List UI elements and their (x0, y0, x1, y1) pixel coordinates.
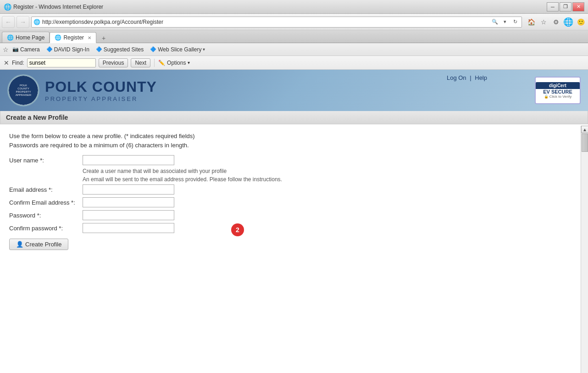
scroll-thumb[interactable] (582, 134, 588, 152)
title-bar: 🌐 Register - Windows Internet Explorer ─… (0, 0, 588, 14)
star-icon[interactable]: ☆ (538, 17, 549, 28)
fav-david[interactable]: 🔷 DAVID Sign-In (44, 45, 92, 54)
favorites-bar: ☆ 📷 Camera 🔷 DAVID Sign-In 🔷 Suggested S… (0, 43, 588, 56)
find-options-label: Options (167, 60, 186, 66)
scroll-up-button[interactable]: ▲ (581, 126, 588, 133)
create-profile-button[interactable]: 👤 Create Profile (9, 239, 68, 250)
header-links: Log On | Help (447, 74, 487, 81)
tab-register-label: Register (63, 34, 84, 41)
badge-number: 2 (236, 226, 239, 234)
form-area: Use the form below to create a new profi… (0, 124, 588, 257)
dropdown-button[interactable]: ▾ (500, 17, 510, 27)
suggested-icon: 🔷 (96, 46, 102, 52)
confirm-password-input[interactable] (83, 223, 174, 233)
email-row: Email address *: (9, 184, 579, 195)
password-input[interactable] (83, 210, 174, 220)
home-icon[interactable]: 🏠 (526, 17, 537, 28)
digicert-badge[interactable]: digiCert EV SECURE 🔒 Click to Verify (535, 77, 581, 104)
fav-david-label: DAVID Sign-In (54, 46, 89, 53)
form-description: Use the form below to create a new profi… (9, 132, 579, 150)
site-name: POLK COUNTY (45, 78, 157, 95)
description-line1: Use the form below to create a new profi… (9, 132, 579, 141)
ie-logo: 🌐 (4, 3, 11, 11)
address-text[interactable]: http://exemptionsdev.polkpa.org/Account/… (42, 19, 488, 25)
page-content: Create a New Profile Use the form below … (0, 111, 588, 257)
site-logo: POLKCOUNTYPROPERTYAPPRAISER (7, 74, 39, 106)
browser-toolbar: ← → 🌐 http://exemptionsdev.polkpa.org/Ac… (0, 14, 588, 30)
restore-button[interactable]: ❐ (560, 2, 571, 11)
refresh-button[interactable]: ↻ (510, 17, 520, 27)
fav-camera[interactable]: 📷 Camera (10, 45, 43, 54)
email-hint: An email will be sent to the email addre… (9, 176, 579, 183)
user-icon: 👤 (16, 241, 23, 248)
smiley-icon: 🙂 (575, 17, 586, 28)
tab-homepage-icon: 🌐 (7, 34, 14, 41)
username-input[interactable] (83, 155, 174, 165)
digicert-name: digiCert (549, 83, 566, 88)
camera-icon: 📷 (12, 46, 19, 52)
site-title-block: POLK COUNTY PROPERTY APPRAISER (45, 78, 157, 102)
ie-logo-icon: 🌐 (563, 17, 574, 28)
digicert-verify: 🔒 Click to Verify (544, 95, 571, 99)
find-input[interactable] (27, 58, 96, 67)
fav-webslice-label: Web Slice Gallery (158, 46, 201, 53)
password-label: Password *: (9, 212, 83, 219)
scrollbar[interactable]: ▲ (581, 126, 588, 373)
content-area: POLKCOUNTYPROPERTYAPPRAISER POLK COUNTY … (0, 70, 588, 373)
logo-text: POLKCOUNTYPROPERTYAPPRAISER (16, 84, 31, 97)
search-button[interactable]: 🔍 (490, 17, 499, 27)
site-header: POLKCOUNTYPROPERTYAPPRAISER POLK COUNTY … (0, 70, 588, 111)
options-icon: ✏️ (158, 60, 165, 66)
create-btn-label: Create Profile (25, 241, 61, 248)
find-label: Find: (12, 60, 24, 66)
help-link[interactable]: Help (475, 74, 487, 81)
tab-register-icon: 🌐 (55, 34, 61, 41)
webslice-icon: 🔷 (150, 46, 156, 52)
logo-seal: POLKCOUNTYPROPERTYAPPRAISER (9, 76, 38, 105)
email-input[interactable] (83, 184, 174, 195)
david-icon: 🔷 (46, 46, 53, 52)
confirm-email-row: Confirm Email address *: (9, 197, 579, 207)
title-bar-controls: ─ ❐ ✕ (547, 2, 584, 11)
back-button[interactable]: ← (2, 16, 15, 28)
close-button[interactable]: ✕ (572, 2, 584, 11)
digicert-verify-text: Click to Verify (549, 95, 571, 99)
fav-webslice[interactable]: 🔷 Web Slice Gallery ▾ (147, 45, 208, 54)
new-tab-button[interactable]: + (98, 33, 109, 43)
step-badge: 2 (231, 223, 244, 236)
tab-homepage[interactable]: 🌐 Home Page (2, 32, 50, 43)
digicert-ev: EV SECURE (543, 89, 572, 95)
favorites-star-icon: ☆ (3, 46, 9, 53)
fav-suggested[interactable]: 🔷 Suggested Sites (93, 45, 146, 54)
find-close-button[interactable]: ✕ (4, 59, 9, 67)
username-label: User name *: (9, 157, 83, 164)
tab-register-close[interactable]: ✕ (88, 35, 91, 40)
gear-icon[interactable]: ⚙ (550, 17, 561, 28)
address-bar-buttons: 🔍 ▾ ↻ (490, 17, 520, 27)
site-subtitle: PROPERTY APPRAISER (45, 95, 157, 102)
username-hint: Create a user name that will be associat… (9, 168, 579, 174)
tab-register[interactable]: 🌐 Register ✕ (50, 32, 96, 43)
webslice-dropdown-icon[interactable]: ▾ (203, 47, 205, 52)
lock-icon: 🔒 (544, 95, 549, 99)
minimize-button[interactable]: ─ (547, 2, 559, 11)
tab-homepage-label: Home Page (16, 34, 44, 41)
confirm-password-row: Confirm password *: (9, 223, 579, 233)
logon-link[interactable]: Log On (447, 74, 466, 81)
username-row: User name *: (9, 155, 579, 165)
window-title: Register - Windows Internet Explorer (13, 4, 103, 10)
next-button[interactable]: Next (131, 58, 150, 67)
find-options-button[interactable]: ✏️ Options ▾ (158, 60, 190, 66)
confirm-password-label: Confirm password *: (9, 225, 83, 232)
address-bar: 🌐 http://exemptionsdev.polkpa.org/Accoun… (31, 17, 522, 28)
pipe-separator: | (470, 74, 471, 81)
find-separator (154, 59, 155, 67)
previous-button[interactable]: Previous (99, 58, 128, 67)
address-bar-icon: 🌐 (33, 19, 40, 25)
options-dropdown-icon: ▾ (188, 60, 190, 65)
section-title: Create a New Profile (6, 114, 68, 121)
confirm-email-input[interactable] (83, 197, 174, 207)
forward-button[interactable]: → (17, 16, 29, 28)
find-bar: ✕ Find: Previous Next ✏️ Options ▾ (0, 56, 588, 70)
digicert-brand: digiCert (536, 82, 580, 89)
